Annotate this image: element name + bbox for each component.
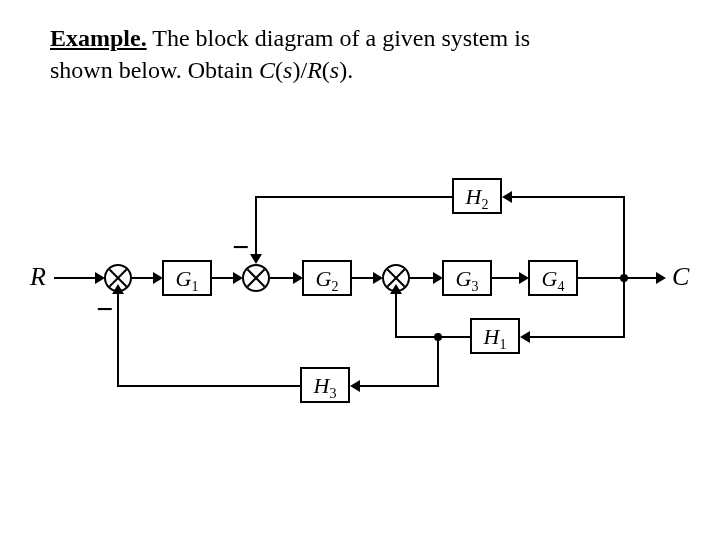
R-sym: R [307,57,322,83]
arrow-icon [502,191,512,203]
wire [623,196,625,278]
output-label-C: C [672,262,689,292]
wire [578,277,658,279]
arrow-icon [390,284,402,294]
block-G3: G3 [442,260,492,296]
wire [528,336,625,338]
arrow-icon [350,380,360,392]
wire [54,277,98,279]
arrow-icon [520,331,530,343]
paren: ). [339,57,353,83]
s-sym2: s [330,57,339,83]
wire [117,385,300,387]
wire [117,292,119,387]
paren: ( [322,57,330,83]
C-sym: C [259,57,275,83]
paren: )/ [292,57,307,83]
example-label: Example. [50,25,147,51]
arrow-icon [656,272,666,284]
block-H1: H1 [470,318,520,354]
wire [255,196,452,198]
wire [395,292,397,338]
block-G2: G2 [302,260,352,296]
minus-sign: − [232,230,249,264]
wire [492,277,522,279]
arrow-icon [250,254,262,264]
minus-sign: − [96,292,113,326]
block-G4: G4 [528,260,578,296]
wire [623,278,625,338]
block-G1: G1 [162,260,212,296]
block-diagram: R C − G1 − G2 G3 G4 [40,170,690,440]
problem-statement: Example. The block diagram of a given sy… [50,22,670,87]
input-label-R: R [30,262,46,292]
block-H3: H3 [300,367,350,403]
text-line1: The block diagram of a given system is [147,25,530,51]
wire [395,336,470,338]
summing-junction-2 [242,264,270,292]
wire [358,385,439,387]
paren: ( [275,57,283,83]
arrow-icon [112,284,124,294]
wire [437,337,439,387]
wire [510,196,625,198]
block-H2: H2 [452,178,502,214]
wire [255,196,257,256]
text-line2a: shown below. Obtain [50,57,259,83]
